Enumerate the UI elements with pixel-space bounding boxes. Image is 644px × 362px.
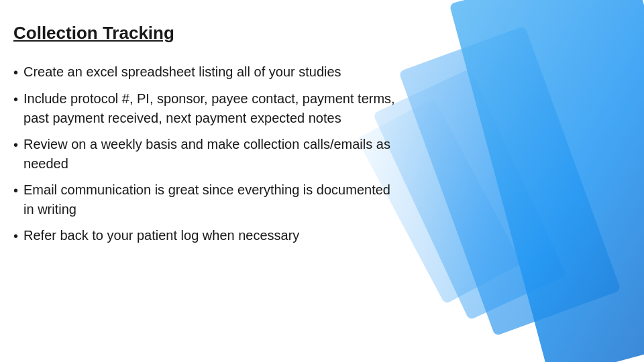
content-area: Collection Tracking •Create an excel spr…: [0, 0, 423, 362]
bullet-text: Include protocol #, PI, sponsor, payee c…: [23, 89, 402, 128]
bullet-text: Email communication is great since every…: [23, 180, 402, 219]
slide-container: Collection Tracking •Create an excel spr…: [0, 0, 644, 362]
bullet-text: Refer back to your patient log when nece…: [23, 226, 402, 245]
bullet-text: Review on a weekly basis and make collec…: [23, 135, 402, 174]
list-item: •Review on a weekly basis and make colle…: [13, 135, 402, 174]
slide-title: Collection Tracking: [13, 23, 402, 44]
shape-medium-blue: [398, 25, 621, 336]
decorative-shapes: [416, 0, 644, 362]
list-item: •Include protocol #, PI, sponsor, payee …: [13, 89, 402, 128]
bullet-dot-icon: •: [13, 181, 18, 200]
shape-large-blue: [449, 0, 644, 362]
bullet-list: •Create an excel spreadsheet listing all…: [13, 62, 402, 246]
list-item: •Refer back to your patient log when nec…: [13, 226, 402, 246]
bullet-dot-icon: •: [13, 63, 18, 82]
list-item: •Email communication is great since ever…: [13, 180, 402, 219]
bullet-dot-icon: •: [13, 227, 18, 246]
bullet-dot-icon: •: [13, 90, 18, 109]
bullet-text: Create an excel spreadsheet listing all …: [23, 62, 402, 82]
bullet-dot-icon: •: [13, 135, 18, 155]
list-item: •Create an excel spreadsheet listing all…: [13, 62, 402, 82]
